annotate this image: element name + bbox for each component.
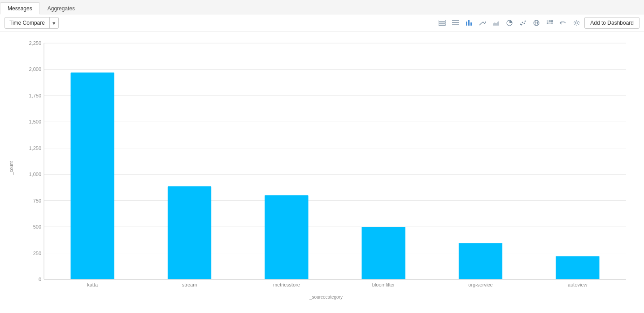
bar-chart-icon[interactable] xyxy=(463,17,475,29)
svg-text:stream: stream xyxy=(182,282,197,287)
svg-text:500: 500 xyxy=(33,224,41,229)
svg-rect-21 xyxy=(551,20,553,22)
heatmap-icon[interactable] xyxy=(544,17,556,29)
time-compare-label: Time Compare xyxy=(5,20,49,26)
add-to-dashboard-button[interactable]: Add to Dashboard xyxy=(584,17,640,29)
chart-content: 02505007501,0001,2501,5001,7502,0002,250… xyxy=(17,36,635,300)
tab-aggregates[interactable]: Aggregates xyxy=(40,2,83,14)
svg-text:katta: katta xyxy=(87,282,98,287)
svg-text:250: 250 xyxy=(33,251,41,256)
svg-rect-48 xyxy=(168,186,211,279)
svg-rect-20 xyxy=(549,20,551,22)
svg-text:2,000: 2,000 xyxy=(29,66,41,72)
settings-icon[interactable] xyxy=(571,17,583,29)
svg-point-14 xyxy=(525,21,526,22)
scatter-icon[interactable] xyxy=(517,17,529,29)
toolbar: Time Compare ▾ xyxy=(0,14,644,32)
chart-container: _count 02505007501,0001,2501,5001,7502,0… xyxy=(0,32,644,313)
svg-text:autoview: autoview xyxy=(568,282,587,287)
svg-rect-24 xyxy=(551,22,553,24)
chevron-down-icon: ▾ xyxy=(49,18,58,28)
svg-text:1,000: 1,000 xyxy=(29,172,41,177)
x-axis-label: _sourcecategory xyxy=(17,295,635,300)
svg-rect-56 xyxy=(556,256,599,279)
svg-text:2,250: 2,250 xyxy=(29,40,41,46)
svg-rect-46 xyxy=(70,72,114,279)
svg-text:750: 750 xyxy=(33,198,41,203)
time-compare-button[interactable]: Time Compare ▾ xyxy=(4,17,59,29)
table-icon[interactable] xyxy=(436,17,448,29)
svg-rect-0 xyxy=(439,20,445,22)
list-icon[interactable] xyxy=(450,17,461,29)
app-container: Messages Aggregates Time Compare ▾ xyxy=(0,0,644,313)
svg-marker-9 xyxy=(493,21,499,26)
svg-rect-52 xyxy=(361,227,405,279)
map-icon[interactable] xyxy=(531,17,542,29)
svg-point-12 xyxy=(522,22,523,23)
tabs-bar: Messages Aggregates xyxy=(0,0,644,14)
line-chart-icon[interactable] xyxy=(477,17,488,29)
svg-text:org-service: org-service xyxy=(468,282,492,287)
svg-point-13 xyxy=(524,23,525,24)
svg-text:0: 0 xyxy=(39,277,41,282)
tab-messages[interactable]: Messages xyxy=(0,2,40,14)
chart-svg: 02505007501,0001,2501,5001,7502,0002,250… xyxy=(17,36,635,293)
svg-text:metricsstore: metricsstore xyxy=(273,282,300,287)
area-chart-icon[interactable] xyxy=(490,17,502,29)
svg-point-15 xyxy=(521,24,522,26)
svg-rect-22 xyxy=(547,22,548,24)
toolbar-right: Add to Dashboard xyxy=(436,17,640,29)
svg-text:1,750: 1,750 xyxy=(29,93,41,98)
svg-rect-1 xyxy=(439,22,445,23)
pie-chart-icon[interactable] xyxy=(504,17,515,29)
chart-plot: 02505007501,0001,2501,5001,7502,0002,250… xyxy=(17,36,635,293)
svg-text:1,500: 1,500 xyxy=(29,119,41,124)
toolbar-left: Time Compare ▾ xyxy=(4,17,59,29)
svg-rect-23 xyxy=(549,22,551,24)
svg-point-25 xyxy=(576,22,578,24)
svg-rect-54 xyxy=(459,243,502,279)
undo-icon[interactable] xyxy=(557,17,569,29)
svg-rect-6 xyxy=(466,22,467,26)
svg-text:1,250: 1,250 xyxy=(29,145,41,151)
svg-rect-2 xyxy=(439,24,445,26)
svg-text:bloomfilter: bloomfilter xyxy=(372,282,395,287)
y-axis-label: _count xyxy=(9,36,16,300)
chart-inner: _count 02505007501,0001,2501,5001,7502,0… xyxy=(9,36,635,300)
svg-rect-8 xyxy=(470,22,472,26)
svg-rect-50 xyxy=(265,195,308,279)
svg-rect-19 xyxy=(547,20,548,22)
svg-rect-7 xyxy=(468,20,470,26)
